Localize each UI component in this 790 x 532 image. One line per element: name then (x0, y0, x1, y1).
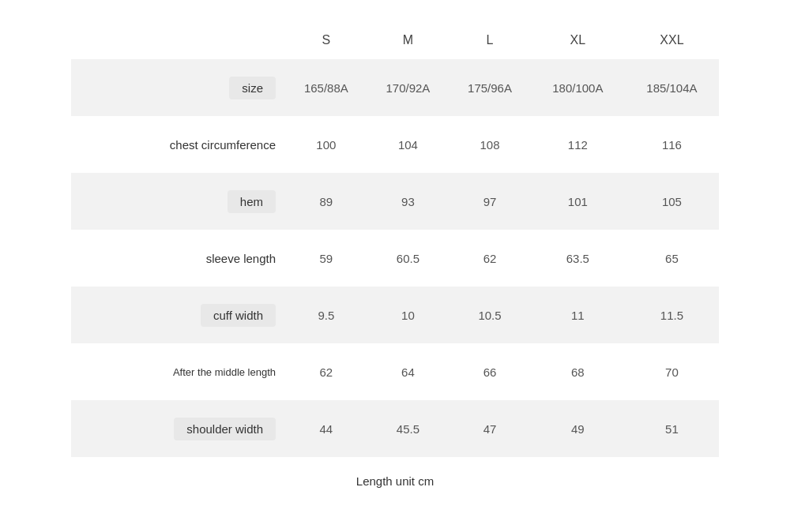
cell-after-middle-length-1: 64 (367, 343, 450, 400)
label-shoulder-width: shoulder width (71, 400, 285, 457)
cell-hem-3: 101 (531, 173, 625, 230)
header-xxl: XXL (625, 28, 719, 59)
cell-hem-1: 93 (367, 173, 450, 230)
cell-size-0: 165/88A (285, 59, 367, 116)
pill-shoulder-width: shoulder width (174, 418, 276, 440)
label-chest-circumference: chest circumference (71, 116, 285, 173)
header-l: L (449, 28, 531, 59)
cell-cuff-width-0: 9.5 (285, 287, 367, 343)
cell-cuff-width-4: 11.5 (625, 287, 719, 343)
pill-hem: hem (228, 190, 276, 213)
row-sleeve-length: sleeve length5960.56263.565 (71, 230, 719, 287)
cell-hem-0: 89 (285, 173, 367, 230)
label-size: size (71, 59, 285, 116)
cell-after-middle-length-3: 68 (531, 343, 625, 400)
label-after-middle-length: After the middle length (71, 343, 285, 400)
pill-size: size (229, 77, 276, 99)
size-table: S M L XL XXL size165/88A170/92A175/96A18… (71, 28, 719, 504)
label-sleeve-length: sleeve length (71, 230, 285, 287)
footer-row: Length unit cm (71, 457, 719, 504)
row-hem: hem899397101105 (71, 173, 719, 230)
cell-shoulder-width-4: 51 (625, 400, 719, 457)
cell-chest-circumference-4: 116 (625, 116, 719, 173)
label-cuff-width: cuff width (71, 287, 285, 343)
cell-sleeve-length-4: 65 (625, 230, 719, 287)
cell-size-3: 180/100A (531, 59, 625, 116)
cell-shoulder-width-2: 47 (449, 400, 531, 457)
label-hem: hem (71, 173, 285, 230)
header-label-col (71, 28, 285, 59)
row-cuff-width: cuff width9.51010.51111.5 (71, 287, 719, 343)
header-xl: XL (531, 28, 625, 59)
row-size: size165/88A170/92A175/96A180/100A185/104… (71, 59, 719, 116)
cell-chest-circumference-1: 104 (367, 116, 450, 173)
cell-cuff-width-1: 10 (367, 287, 450, 343)
cell-shoulder-width-1: 45.5 (367, 400, 450, 457)
header-s: S (285, 28, 367, 59)
size-chart-container: S M L XL XXL size165/88A170/92A175/96A18… (71, 28, 719, 504)
row-chest-circumference: chest circumference100104108112116 (71, 116, 719, 173)
cell-sleeve-length-1: 60.5 (367, 230, 450, 287)
pill-cuff-width: cuff width (201, 304, 276, 327)
cell-hem-4: 105 (625, 173, 719, 230)
cell-chest-circumference-0: 100 (285, 116, 367, 173)
cell-after-middle-length-2: 66 (449, 343, 531, 400)
cell-shoulder-width-0: 44 (285, 400, 367, 457)
row-shoulder-width: shoulder width4445.5474951 (71, 400, 719, 457)
header-row: S M L XL XXL (71, 28, 719, 59)
cell-chest-circumference-3: 112 (531, 116, 625, 173)
cell-chest-circumference-2: 108 (449, 116, 531, 173)
cell-size-2: 175/96A (449, 59, 531, 116)
cell-shoulder-width-3: 49 (531, 400, 625, 457)
cell-sleeve-length-0: 59 (285, 230, 367, 287)
cell-cuff-width-2: 10.5 (449, 287, 531, 343)
cell-sleeve-length-3: 63.5 (531, 230, 625, 287)
cell-size-1: 170/92A (367, 59, 450, 116)
cell-size-4: 185/104A (625, 59, 719, 116)
cell-cuff-width-3: 11 (531, 287, 625, 343)
cell-after-middle-length-4: 70 (625, 343, 719, 400)
cell-sleeve-length-2: 62 (449, 230, 531, 287)
cell-hem-2: 97 (449, 173, 531, 230)
row-after-middle-length: After the middle length6264666870 (71, 343, 719, 400)
cell-after-middle-length-0: 62 (285, 343, 367, 400)
footer-text: Length unit cm (71, 457, 719, 504)
header-m: M (367, 28, 450, 59)
